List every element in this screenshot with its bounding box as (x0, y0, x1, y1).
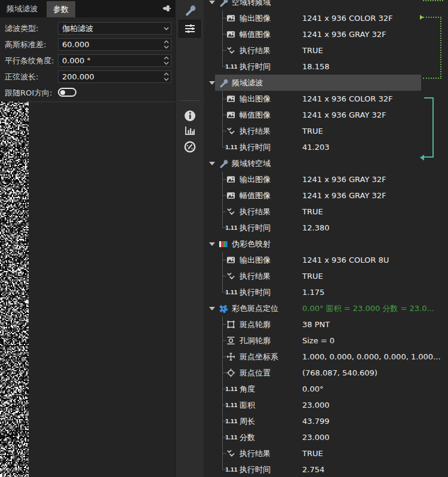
tree-prop-value: 1241 x 936 COLOR 8U (302, 252, 389, 268)
tree-branch-tick (222, 115, 226, 115)
tree-prop-value: TRUE (302, 42, 323, 59)
follow-roi-toggle[interactable] (58, 88, 76, 97)
gauss-sigma-input[interactable]: 60.000 (58, 38, 171, 51)
expand-arrow-icon[interactable] (209, 242, 215, 246)
tree-prop-row-4-2[interactable]: 斑点坐标系1.000, 0.000, 0.000, 0.000, 1.000..… (204, 349, 448, 365)
tree-prop-label: 孔洞轮廓 (240, 333, 271, 349)
tree-prop-row-0-2[interactable]: 执行结果TRUE (204, 42, 448, 59)
tree-prop-row-1-2[interactable]: 执行结果TRUE (204, 123, 448, 139)
result-tree: 空域转频域输出图像1241 x 936 COLOR 32F幅值图像1241 x … (204, 0, 448, 477)
tree-prop-row-2-0[interactable]: 输出图像1241 x 936 GRAY 32F (204, 171, 448, 187)
tree-prop-row-4-7[interactable]: 1.11分数23.000 (204, 429, 448, 445)
sine-wavelen-value: 200.000 (59, 72, 161, 81)
tree-prop-row-1-1[interactable]: 幅值图像1241 x 936 GRAY 32F (204, 107, 448, 123)
tree-prop-row-0-1[interactable]: 幅值图像1241 x 936 GRAY 32F (204, 26, 448, 42)
tree-prop-row-2-1[interactable]: 幅值图像1241 x 936 GRAY 32F (204, 187, 448, 204)
toolbar-button-sliders[interactable] (179, 20, 201, 38)
tree-prop-row-0-0[interactable]: 输出图像1241 x 936 COLOR 32F (204, 10, 448, 26)
tree-prop-label: 执行时间 (240, 59, 271, 75)
number-icon: 1.11 (225, 139, 237, 155)
tree-prop-label: 斑点坐标系 (240, 349, 278, 365)
tree-node-row-1[interactable]: 频域滤波 (204, 75, 448, 91)
chevron-down-icon[interactable] (161, 27, 171, 30)
link-connector-solid (424, 97, 434, 158)
tree-prop-row-3-2[interactable]: 1.11执行时间1.175 (204, 284, 448, 300)
sine-wavelen-input[interactable]: 200.000 (58, 70, 171, 83)
tree-node-label: 频域转空域 (232, 155, 271, 171)
tree-prop-row-1-0[interactable]: 输出图像1241 x 936 COLOR 32F (204, 91, 448, 107)
tree-node-row-2[interactable]: 频域转空域 (204, 155, 448, 171)
tree-prop-value: (768.087, 540.609) (302, 365, 378, 381)
tree-prop-label: 斑点位置 (240, 365, 271, 381)
spinner-arrows-icon[interactable] (161, 40, 171, 49)
gauss-sigma-label: 高斯标准差: (5, 38, 46, 51)
tree-node-label: 伪彩色映射 (232, 236, 271, 252)
tree-prop-row-2-2[interactable]: 执行结果TRUE (204, 204, 448, 220)
toolbar-button-info[interactable] (176, 108, 204, 124)
tree-prop-label: 执行结果 (240, 123, 271, 139)
tree-branch-tick (222, 179, 226, 180)
tree-prop-row-1-3[interactable]: 1.11执行时间41.203 (204, 139, 448, 155)
spinner-arrows-icon[interactable] (161, 72, 171, 81)
tree-prop-value: 2.754 (302, 461, 324, 477)
tree-prop-row-4-4[interactable]: 1.11角度0.00° (204, 381, 448, 397)
expand-arrow-icon[interactable] (209, 162, 215, 165)
check-icon (226, 204, 235, 220)
tree-prop-row-2-3[interactable]: 1.11执行时间12.380 (204, 220, 448, 236)
toolbar-button-histogram[interactable] (176, 123, 204, 139)
image-icon (226, 91, 235, 107)
image-view-noise[interactable] (0, 101, 29, 477)
check-icon (226, 42, 235, 59)
position-icon (226, 365, 235, 381)
stripe-angle-input[interactable]: 0.000 ° (58, 54, 171, 67)
tree-prop-label: 周长 (240, 413, 255, 429)
tree-prop-label: 执行结果 (240, 445, 271, 461)
tree-prop-label: 幅值图像 (240, 187, 271, 204)
tree-prop-value: 1.000, 0.000, 0.000, 0.000, 1.000... (302, 349, 441, 365)
toolbar-button-gauge[interactable] (176, 139, 204, 155)
tree-prop-row-4-8[interactable]: 执行结果TRUE (204, 445, 448, 461)
tree-prop-row-4-6[interactable]: 1.11周长43.799 (204, 413, 448, 429)
expand-arrow-icon[interactable] (209, 307, 215, 310)
image-icon (226, 171, 235, 187)
tree-prop-value: 1241 x 936 GRAY 32F (302, 107, 386, 123)
wrench-icon (184, 4, 196, 16)
sine-wavelen-label: 正弦波长: (5, 70, 38, 83)
tree-prop-row-4-9[interactable]: 1.11执行时间2.754 (204, 461, 448, 477)
tree-prop-row-4-1[interactable]: 孔洞轮廓Size = 0 (204, 333, 448, 349)
tree-node-row-0[interactable]: 空域转频域 (204, 0, 448, 10)
link-connector-dotted (423, 17, 441, 79)
tree-prop-label: 执行时间 (240, 461, 271, 477)
tree-branch-tick (222, 131, 226, 131)
link-connector-top-edge (423, 0, 443, 1)
image-icon (226, 252, 235, 268)
tree-prop-value: 18.158 (302, 59, 330, 75)
tree-node-row-4[interactable]: 彩色斑点定位0.00° 面积 = 23.000 分数 = 23.0... (204, 300, 448, 316)
tree-prop-row-4-5[interactable]: 1.11面积23.000 (204, 397, 448, 413)
tree-prop-row-4-3[interactable]: 斑点位置(768.087, 540.609) (204, 365, 448, 381)
tree-prop-row-0-3[interactable]: 1.11执行时间18.158 (204, 59, 448, 75)
toolbar-button-wrench[interactable] (176, 2, 204, 18)
tree-prop-value: 12.380 (302, 220, 330, 236)
expand-arrow-icon[interactable] (209, 1, 215, 4)
tree-prop-label: 执行结果 (240, 42, 271, 59)
expand-arrow-icon[interactable] (209, 81, 215, 85)
tab-filter[interactable]: 频域滤波 (0, 0, 44, 17)
image-icon (226, 10, 235, 26)
sliders-icon (184, 23, 196, 35)
tree-node-row-3[interactable]: 伪彩色映射 (204, 236, 448, 252)
field-row-filter-type: 滤波类型:伽柏滤波 (0, 22, 175, 35)
filter-type-select[interactable]: 伽柏滤波 (58, 22, 171, 35)
tab-params[interactable]: 参数 (47, 1, 75, 17)
link-connector-solid-arrow-icon (420, 155, 424, 161)
spinner-arrows-icon[interactable] (161, 56, 171, 65)
tree-prop-row-3-1[interactable]: 执行结果TRUE (204, 268, 448, 284)
link-connector-dotted-arrow-icon (420, 15, 424, 20)
tree-branch-tick (222, 373, 226, 373)
tree-prop-label: 执行时间 (240, 139, 271, 155)
check-icon (226, 123, 235, 139)
follow-roi-label: 跟随ROI方向: (5, 87, 52, 99)
tree-prop-row-3-0[interactable]: 输出图像1241 x 936 COLOR 8U (204, 252, 448, 268)
pin-icon[interactable] (161, 3, 171, 14)
tree-prop-row-4-0[interactable]: 斑点轮廓38 PNT (204, 316, 448, 333)
